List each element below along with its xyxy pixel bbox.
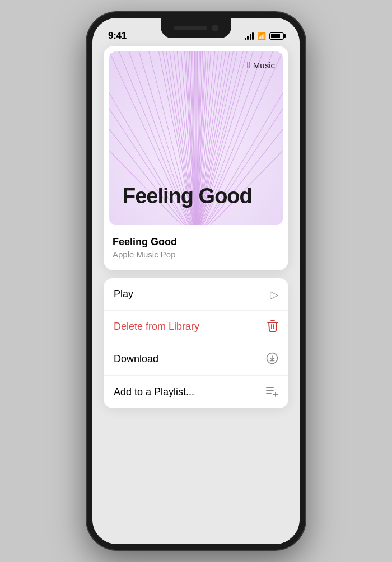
status-icons: 📶 — [245, 32, 284, 40]
menu-item-add-playlist[interactable]: Add to a Playlist... — [104, 376, 288, 408]
wifi-icon: 📶 — [257, 32, 266, 40]
trash-icon — [267, 320, 278, 334]
menu-item-delete[interactable]: Delete from Library — [104, 311, 288, 343]
music-label: Music — [253, 60, 275, 70]
notch — [161, 18, 231, 38]
content:  Music Feeling Good Feeling Good Apple … — [92, 46, 300, 544]
play-label: Play — [114, 288, 133, 300]
screen: 9:41 📶 — [92, 18, 300, 544]
signal-bars-icon — [245, 32, 254, 40]
speaker — [174, 26, 207, 30]
menu-item-play[interactable]: Play ▷ — [104, 278, 288, 311]
download-label: Download — [114, 353, 158, 365]
apple-logo:  — [247, 59, 251, 71]
download-icon — [266, 352, 278, 366]
camera — [212, 25, 218, 31]
album-subtitle: Apple Music Pop — [113, 250, 279, 259]
context-menu: Play ▷ Delete from Library Download — [104, 278, 288, 408]
play-icon: ▷ — [270, 289, 278, 300]
add-playlist-label: Add to a Playlist... — [114, 386, 194, 398]
battery-icon — [269, 32, 284, 40]
album-title: Feeling Good — [113, 236, 279, 248]
album-info: Feeling Good Apple Music Pop — [109, 233, 283, 265]
album-artwork:  Music Feeling Good — [109, 51, 283, 225]
status-time: 9:41 — [108, 30, 127, 41]
apple-music-badge:  Music — [247, 59, 275, 71]
phone-frame: 9:41 📶 — [87, 12, 305, 550]
add-playlist-icon — [266, 386, 278, 399]
menu-item-download[interactable]: Download — [104, 343, 288, 376]
delete-label: Delete from Library — [114, 321, 199, 332]
artwork-title: Feeling Good — [123, 185, 252, 208]
album-card:  Music Feeling Good Feeling Good Apple … — [104, 46, 288, 270]
